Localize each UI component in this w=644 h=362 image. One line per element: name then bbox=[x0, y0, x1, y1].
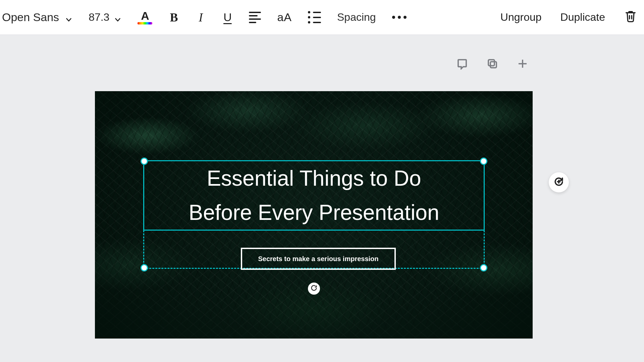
copy-icon bbox=[486, 58, 498, 71]
plus-icon bbox=[517, 58, 529, 71]
rotate-icon bbox=[310, 284, 318, 293]
svg-rect-0 bbox=[490, 62, 496, 68]
note-icon bbox=[456, 58, 468, 71]
page-controls bbox=[455, 57, 530, 72]
canvas-area: Essential Things to Do Before Every Pres… bbox=[0, 35, 644, 362]
chevron-down-icon bbox=[65, 14, 72, 21]
title-text: Essential Things to Do Before Every Pres… bbox=[183, 161, 444, 230]
add-page-button[interactable] bbox=[515, 57, 530, 72]
trash-icon bbox=[624, 9, 637, 25]
bold-button[interactable]: B bbox=[166, 8, 181, 27]
font-family-dropdown[interactable]: Open Sans bbox=[0, 8, 74, 27]
bold-icon: B bbox=[170, 10, 178, 24]
resize-handle-bottom-right[interactable] bbox=[480, 264, 487, 272]
chevron-down-icon bbox=[114, 14, 121, 21]
more-icon bbox=[392, 16, 407, 19]
text-case-icon: aA bbox=[277, 11, 292, 24]
ungroup-button[interactable]: Ungroup bbox=[498, 8, 544, 27]
list-button[interactable] bbox=[306, 8, 323, 27]
svg-rect-1 bbox=[488, 60, 494, 66]
align-left-icon bbox=[249, 12, 261, 23]
title-textbox[interactable]: Essential Things to Do Before Every Pres… bbox=[143, 160, 485, 231]
selection-group[interactable]: Essential Things to Do Before Every Pres… bbox=[143, 160, 485, 269]
refresh-plus-icon bbox=[553, 176, 564, 188]
bullet-list-icon bbox=[308, 11, 321, 23]
subtitle-text: Secrets to make a serious impression bbox=[258, 255, 378, 263]
align-button[interactable] bbox=[247, 8, 263, 27]
rotate-handle[interactable] bbox=[308, 283, 320, 295]
subtitle-textbox[interactable]: Secrets to make a serious impression bbox=[241, 248, 396, 270]
text-toolbar: Open Sans 87.3 A B I U aA bbox=[0, 0, 644, 35]
font-size-dropdown[interactable]: 87.3 bbox=[87, 8, 123, 27]
text-case-button[interactable]: aA bbox=[275, 8, 294, 27]
spacing-button[interactable]: Spacing bbox=[335, 8, 378, 27]
underline-button[interactable]: U bbox=[220, 8, 235, 27]
text-color-button[interactable]: A bbox=[136, 8, 154, 27]
italic-button[interactable]: I bbox=[193, 8, 208, 27]
font-size-label: 87.3 bbox=[89, 11, 109, 23]
duplicate-button[interactable]: Duplicate bbox=[558, 8, 607, 27]
duplicate-label: Duplicate bbox=[560, 11, 605, 23]
font-family-label: Open Sans bbox=[2, 11, 59, 24]
slide[interactable]: Essential Things to Do Before Every Pres… bbox=[95, 91, 533, 339]
ungroup-label: Ungroup bbox=[500, 11, 542, 23]
resize-handle-top-right[interactable] bbox=[480, 158, 487, 165]
more-button[interactable] bbox=[390, 8, 409, 27]
resize-handle-top-left[interactable] bbox=[141, 158, 148, 165]
quick-add-button[interactable] bbox=[549, 172, 569, 192]
duplicate-page-button[interactable] bbox=[485, 57, 500, 72]
resize-handle-bottom-left[interactable] bbox=[141, 264, 148, 272]
underline-icon: U bbox=[223, 11, 232, 24]
spacing-label: Spacing bbox=[337, 11, 376, 23]
add-note-button[interactable] bbox=[455, 57, 470, 72]
text-color-icon: A bbox=[138, 10, 152, 24]
delete-button[interactable] bbox=[622, 8, 639, 27]
italic-icon: I bbox=[199, 10, 203, 24]
